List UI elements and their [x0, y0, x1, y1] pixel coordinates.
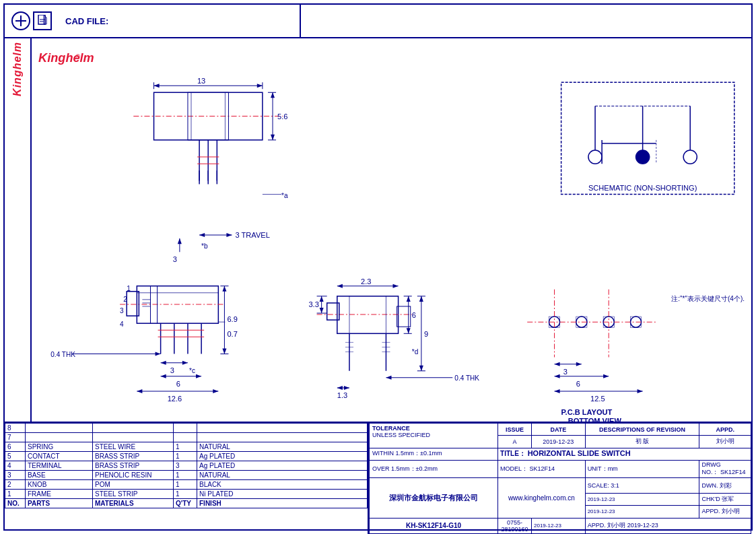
order-row: KH-SK12F14-G10 0755-28190160 2019-12-23 …: [370, 518, 751, 533]
title-table: TOLERANCE UNLESS SPECIFIED ISSUE DATE DE…: [369, 423, 751, 534]
svg-text:3: 3: [563, 368, 568, 376]
svg-text:9: 9: [424, 330, 428, 338]
revision-desc: 初 版: [585, 436, 699, 448]
svg-marker-39: [178, 238, 182, 244]
svg-text:6: 6: [576, 380, 580, 388]
svg-text:P.C.B LAYOUT: P.C.B LAYOUT: [561, 408, 613, 416]
svg-marker-100: [393, 284, 399, 288]
tolerance-revision-row: TOLERANCE UNLESS SPECIFIED ISSUE DATE DE…: [370, 424, 751, 436]
svg-text:3: 3: [120, 307, 124, 314]
svg-marker-10: [257, 84, 263, 88]
svg-text:3: 3: [173, 255, 177, 263]
phone: 0755-28190160: [498, 518, 532, 533]
svg-text:6.9: 6.9: [227, 315, 237, 323]
full-table: 8 7: [5, 423, 751, 534]
svg-marker-157: [603, 374, 609, 378]
company-name: 深圳市金航标电子有限公司: [370, 478, 498, 518]
revision-date: 2019-12-23: [532, 436, 586, 448]
svg-text:0.4 THK: 0.4 THK: [454, 374, 479, 382]
drawing-main: 注:"*"表示关键尺寸(4个). Kinghelm ® 13: [32, 38, 751, 422]
svg-text:13: 13: [197, 77, 205, 85]
header: CAD FILE:: [5, 5, 751, 38]
order-code: KH-SK12F14-G10: [370, 518, 498, 533]
bom-row-7: 7: [5, 433, 368, 442]
header-left: CAD FILE:: [5, 5, 301, 37]
desc-header: DESCRIPTIONS OF REVISION: [585, 424, 699, 436]
svg-marker-34: [199, 233, 205, 237]
svg-point-133: [683, 150, 697, 164]
svg-text:*b: *b: [201, 242, 208, 250]
bom-row-8: 8: [5, 424, 368, 433]
svg-marker-35: [226, 233, 232, 237]
svg-text:12.6: 12.6: [168, 395, 182, 403]
issue-value: A: [498, 436, 532, 448]
appd-header: APPD.: [699, 424, 751, 436]
svg-text:*a: *a: [281, 192, 288, 199]
chk-label: CHK'D: [701, 496, 720, 502]
svg-marker-71: [182, 361, 188, 365]
svg-marker-61: [156, 352, 161, 356]
svg-marker-99: [337, 284, 343, 288]
svg-rect-128: [561, 82, 734, 194]
tolerance-line1: TOLERANCE: [372, 425, 495, 432]
company-row: 深圳市金航标电子有限公司 www.kinghelm.com.cn SCALE: …: [370, 478, 751, 493]
svg-point-129: [588, 150, 602, 164]
svg-marker-122: [386, 376, 391, 380]
bottom-table: 8 7: [5, 423, 751, 534]
svg-marker-80: [213, 389, 218, 393]
svg-marker-21: [271, 135, 275, 140]
logo-box: [11, 11, 59, 30]
bom-row-6: 6 SPRING STEEL WIRE 1 NATURAL: [5, 442, 368, 452]
svg-marker-66: [222, 286, 226, 292]
svg-point-131: [636, 150, 650, 164]
svg-marker-160: [555, 389, 560, 393]
title-label: TITLE： HORIZONTAL SLIDE SWITCH: [498, 448, 751, 460]
appd-label: APPD.: [701, 508, 720, 514]
doc-icon: [33, 11, 52, 30]
svg-text:0.7: 0.7: [227, 330, 237, 338]
chk-cell: CHK'D 张军: [699, 493, 751, 505]
svg-marker-125: [337, 386, 343, 390]
final-appd-date: 2019-12-23: [627, 522, 658, 529]
dwn-name: 刘彩: [720, 482, 732, 489]
svg-text:*d: *d: [412, 348, 419, 356]
drwg-value: SK12F14: [720, 469, 746, 475]
tolerance-line2: UNLESS SPECIFIED: [372, 432, 495, 438]
scale-value: 3:1: [611, 482, 619, 489]
bom-row-2: 2 KNOB POM 1 BLACK: [5, 480, 368, 490]
svg-marker-9: [154, 84, 160, 88]
svg-text:0.4 THK: 0.4 THK: [50, 351, 75, 358]
chk-date: 2019-12-23: [585, 506, 699, 518]
bom-table: 8 7: [5, 423, 368, 508]
svg-text:SCHEMATIC (NON-SHORTING): SCHEMATIC (NON-SHORTING): [588, 185, 697, 193]
drawing-area: Kinghelm 注:"*"表示关键尺寸(4个). Kinghelm ® 13: [5, 38, 751, 423]
svg-marker-70: [161, 361, 166, 365]
final-appd: APPD. 刘小明 2019-12-23: [585, 518, 751, 533]
bom-header: NO. PARTS MATERIALS Q'TY FINISH: [5, 499, 368, 508]
svg-text:3.3: 3.3: [308, 300, 318, 308]
svg-marker-112: [407, 328, 411, 333]
technical-drawing: Kinghelm ® 13: [32, 38, 751, 422]
svg-marker-161: [638, 389, 643, 393]
svg-text:12.5: 12.5: [590, 395, 605, 403]
dwn-label: DWN.: [701, 482, 718, 489]
title-value: HORIZONTAL SLIDE SWITCH: [528, 449, 631, 457]
kinghelm-logo: Kinghelm: [11, 42, 24, 96]
unit-value: mm: [608, 465, 618, 472]
model-value: SK12F14: [530, 465, 555, 472]
svg-marker-152: [555, 362, 560, 366]
svg-text:3: 3: [170, 366, 174, 374]
svg-text:®: ®: [76, 53, 81, 60]
svg-marker-156: [555, 374, 560, 378]
issue-header: ISSUE: [498, 424, 532, 436]
bom-row-1: 1 FRAME STEEL STRIP 1 Ni PLATED: [5, 490, 368, 499]
svg-marker-20: [271, 92, 275, 98]
appd-name: 刘小明: [722, 508, 740, 514]
bom-row-4: 4 TERMINAL BRASS STRIP 3 Ag PLATED: [5, 461, 368, 471]
svg-text:2.3: 2.3: [361, 277, 371, 286]
svg-marker-75: [161, 374, 166, 378]
note-text: 注:"*"表示关键尺寸(4个).: [671, 294, 745, 304]
kinghelm-sidebar: Kinghelm: [5, 38, 32, 422]
model-cell: MODEL： SK12F14: [498, 460, 586, 477]
tolerance-over: OVER 1.5mm：±0.2mm: [370, 460, 498, 477]
